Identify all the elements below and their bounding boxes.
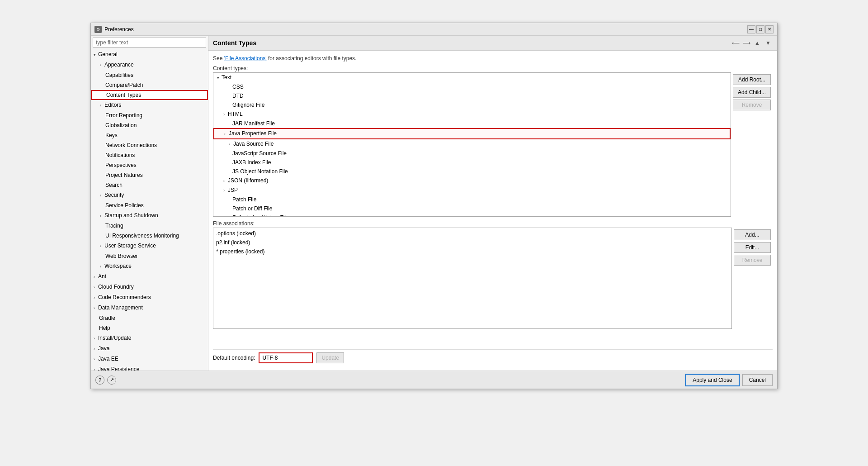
sidebar-item-cloud-foundry[interactable]: › Cloud Foundry: [91, 282, 208, 292]
sidebar-item-globalization[interactable]: Globalization: [91, 120, 208, 130]
sidebar-label-cloud-foundry: Cloud Foundry: [98, 284, 134, 290]
ct-expand-arrow-html: ›: [223, 110, 228, 119]
expand-arrow-java-ee: ›: [94, 355, 98, 363]
sidebar-item-ui-responsiveness[interactable]: UI Responsiveness Monitoring: [91, 231, 208, 241]
sidebar-item-help[interactable]: Help: [91, 323, 208, 333]
help-icon-2[interactable]: ↗: [107, 376, 116, 385]
sidebar-item-java[interactable]: › Java: [91, 343, 208, 354]
sidebar-scroll[interactable]: ▾ General› AppearanceCapabilitiesCompare…: [91, 49, 208, 371]
nav-down-icon[interactable]: ▼: [764, 38, 773, 48]
description-suffix: for associating editors with file types.: [267, 55, 357, 62]
sidebar-item-user-storage[interactable]: › User Storage Service: [91, 241, 208, 251]
sidebar-item-java-persistence[interactable]: › Java Persistence: [91, 364, 208, 371]
remove-content-type-button[interactable]: Remove: [733, 100, 771, 110]
nav-forward-icon[interactable]: ⟶: [742, 38, 751, 48]
sidebar-item-appearance[interactable]: › Appearance: [91, 60, 208, 70]
sidebar-item-workspace[interactable]: › Workspace: [91, 261, 208, 271]
file-associations-list: .options (locked)p2.inf (locked)*.proper…: [213, 228, 731, 328]
fa-item-p2inf[interactable]: p2.inf (locked): [214, 238, 731, 247]
content-types-scroll[interactable]: ▾ TextCSSDTDGitignore File› HTMLJAR Mani…: [213, 73, 731, 216]
sidebar-item-tracing[interactable]: Tracing: [91, 221, 208, 231]
ct-expand-arrow-text: ▾: [217, 74, 222, 82]
add-file-assoc-button[interactable]: Add...: [734, 229, 771, 240]
ct-item-json-illformed[interactable]: › JSON (Illformed): [213, 176, 731, 185]
expand-arrow-code-recommenders: ›: [94, 294, 98, 302]
expand-arrow-editors: ›: [100, 101, 104, 109]
ct-item-jsp[interactable]: › JSP: [213, 185, 731, 195]
encoding-input[interactable]: [259, 352, 313, 363]
ct-item-java-properties[interactable]: › Java Properties File: [213, 128, 731, 139]
sidebar-item-keys[interactable]: Keys: [91, 130, 208, 140]
update-encoding-button[interactable]: Update: [316, 352, 344, 363]
ct-label-js-object-notation: JS Object Notation File: [232, 168, 288, 175]
ct-expand-arrow-jsp: ›: [223, 186, 228, 195]
right-panel: Content Types ⟵ ⟶ ▲ ▼ See 'File Associat…: [208, 36, 777, 371]
sidebar: ▾ General› AppearanceCapabilitiesCompare…: [91, 36, 208, 371]
cancel-button[interactable]: Cancel: [742, 374, 773, 386]
ct-item-patch-diff[interactable]: Patch or Diff File: [213, 204, 731, 213]
sidebar-label-network-connections: Network Connections: [105, 142, 157, 148]
add-child-button[interactable]: Add Child...: [733, 87, 771, 98]
fa-item-options[interactable]: .options (locked): [214, 229, 731, 238]
ct-label-dtd: DTD: [232, 93, 244, 99]
minimize-button[interactable]: —: [747, 25, 755, 33]
ct-item-jar-manifest[interactable]: JAR Manifest File: [213, 119, 731, 128]
sidebar-item-compare-patch[interactable]: Compare/Patch: [91, 80, 208, 90]
sidebar-item-security[interactable]: › Security: [91, 190, 208, 200]
sidebar-item-network-connections[interactable]: Network Connections: [91, 140, 208, 150]
sidebar-item-perspectives[interactable]: Perspectives: [91, 160, 208, 170]
title-bar: ⚙ Preferences — □ ✕: [91, 23, 777, 36]
ct-item-javascript-source[interactable]: JavaScript Source File: [213, 149, 731, 158]
sidebar-item-editors[interactable]: › Editors: [91, 100, 208, 110]
encoding-label: Default encoding:: [213, 355, 255, 361]
file-associations-link[interactable]: 'File Associations': [224, 55, 267, 62]
sidebar-item-startup-shutdown[interactable]: › Startup and Shutdown: [91, 210, 208, 221]
apply-close-button[interactable]: Apply and Close: [685, 374, 739, 386]
sidebar-label-editors: Editors: [104, 102, 121, 108]
sidebar-item-search[interactable]: Search: [91, 180, 208, 190]
ct-item-java-source[interactable]: › Java Source File: [213, 139, 731, 149]
nav-up-icon[interactable]: ▲: [753, 38, 762, 48]
expand-arrow-general: ▾: [94, 51, 98, 59]
sidebar-item-service-policies[interactable]: Service Policies: [91, 200, 208, 210]
fa-item-properties[interactable]: *.properties (locked): [214, 247, 731, 256]
sidebar-item-notifications[interactable]: Notifications: [91, 150, 208, 160]
sidebar-item-java-ee[interactable]: › Java EE: [91, 354, 208, 364]
maximize-button[interactable]: □: [756, 25, 764, 33]
add-root-button[interactable]: Add Root...: [733, 74, 771, 85]
nav-back-icon[interactable]: ⟵: [731, 38, 740, 48]
ct-item-dtd[interactable]: DTD: [213, 91, 731, 100]
sidebar-item-web-browser[interactable]: Web Browser: [91, 251, 208, 261]
ct-item-html[interactable]: › HTML: [213, 109, 731, 119]
ct-label-java-source: Java Source File: [233, 141, 274, 147]
sidebar-item-gradle[interactable]: Gradle: [91, 313, 208, 323]
ct-item-css[interactable]: CSS: [213, 82, 731, 91]
close-button[interactable]: ✕: [765, 25, 774, 33]
sidebar-item-code-recommenders[interactable]: › Code Recommenders: [91, 292, 208, 303]
ct-item-refactoring-history[interactable]: Refactoring History File: [213, 213, 731, 216]
edit-file-assoc-button[interactable]: Edit...: [734, 242, 771, 253]
ct-item-gitignore[interactable]: Gitignore File: [213, 100, 731, 109]
panel-body: See 'File Associations' for associating …: [208, 51, 777, 371]
remove-file-assoc-button[interactable]: Remove: [734, 255, 771, 266]
file-assoc-buttons: Add... Edit... Remove: [732, 228, 773, 329]
sidebar-label-perspectives: Perspectives: [105, 162, 137, 168]
sidebar-item-project-natures[interactable]: Project Natures: [91, 170, 208, 180]
ct-item-js-object-notation[interactable]: JS Object Notation File: [213, 167, 731, 176]
sidebar-item-ant[interactable]: › Ant: [91, 271, 208, 282]
sidebar-item-general[interactable]: ▾ General: [91, 49, 208, 60]
sidebar-item-data-management[interactable]: › Data Management: [91, 303, 208, 313]
expand-arrow-data-management: ›: [94, 304, 98, 312]
ct-expand-arrow-json-illformed: ›: [223, 177, 228, 185]
sidebar-item-content-types[interactable]: Content Types: [91, 90, 208, 100]
description-prefix: See: [213, 55, 224, 62]
sidebar-item-error-reporting[interactable]: Error Reporting: [91, 110, 208, 120]
ct-item-jaxb-index[interactable]: JAXB Index File: [213, 158, 731, 167]
ct-item-text[interactable]: ▾ Text: [213, 73, 731, 82]
filter-input[interactable]: [93, 38, 206, 48]
ct-label-text: Text: [222, 74, 231, 81]
help-icon-1[interactable]: ?: [95, 376, 104, 385]
ct-item-patch-file[interactable]: Patch File: [213, 195, 731, 204]
sidebar-item-install-update[interactable]: › Install/Update: [91, 333, 208, 343]
sidebar-item-capabilities[interactable]: Capabilities: [91, 70, 208, 80]
